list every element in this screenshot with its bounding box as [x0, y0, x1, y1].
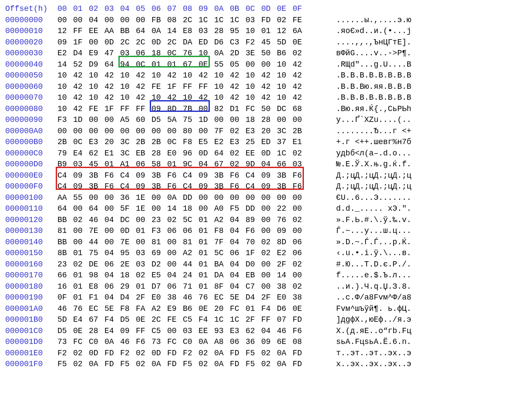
hex-byte: 02: [73, 259, 89, 270]
ascii-dump: т..эт..эт..эх..э: [319, 348, 411, 359]
hex-byte: 00: [293, 226, 308, 237]
hex-byte: 73: [57, 337, 73, 348]
hex-byte: 64: [214, 148, 230, 159]
address: 00000160: [5, 259, 57, 270]
hex-byte: 3C: [277, 126, 293, 137]
hex-row: 000001A04676EC5EF8FAA2E9B60E20FC01F4D60E…: [5, 303, 527, 315]
hex-byte: 00: [167, 248, 183, 259]
hex-byte: 08: [293, 337, 308, 348]
hex-byte: 5A: [167, 115, 183, 126]
hex-byte: 02: [136, 270, 152, 281]
hex-byte: 10: [57, 81, 73, 93]
hex-byte: 04: [230, 226, 246, 237]
ascii-dump: Ѓ.~...у...ш.ц...: [319, 226, 411, 237]
hex-byte: 42: [73, 92, 89, 104]
hex-byte: 3B: [277, 181, 293, 192]
hex-byte: 00: [104, 203, 120, 215]
hex-byte: 01: [261, 26, 277, 37]
hex-byte: E8: [89, 281, 104, 293]
hex-byte: 79: [57, 148, 73, 159]
hex-row: 000001508B01750495036900A2015C061F02E206…: [5, 248, 527, 259]
hex-byte: 00: [277, 115, 293, 126]
hex-byte: FD: [104, 359, 120, 370]
hex-byte: 38: [167, 292, 183, 303]
hex-byte: 00: [89, 192, 104, 204]
hex-byte: 02: [261, 348, 277, 359]
hex-byte: 02: [167, 215, 183, 226]
hex-byte: 01: [199, 281, 214, 293]
hex-byte: 00: [104, 192, 120, 204]
address: 00000130: [5, 226, 57, 237]
ascii-dump: ....,,.,ЪнЦГтE].: [319, 37, 411, 48]
address: 000001B0: [5, 314, 57, 326]
hex-byte: FA: [136, 303, 152, 315]
hex-byte: F6: [293, 181, 308, 192]
hex-byte: 0A: [152, 359, 167, 370]
hex-byte: 2D: [230, 48, 246, 59]
hex-byte: 10: [57, 70, 73, 81]
hex-byte: 02: [136, 359, 152, 370]
hex-row: 00000060104210421042FE1FFFFF104210421042…: [5, 81, 527, 93]
hex-byte: FC: [246, 104, 261, 115]
hex-row: 00000120BB024604DC0023025C01A20489007602…: [5, 215, 527, 226]
hex-byte: F1: [89, 292, 104, 303]
hex-byte: 66: [57, 270, 73, 281]
hex-byte: 00: [261, 203, 277, 215]
hex-byte: F6: [104, 181, 120, 192]
hex-byte: D9: [89, 59, 104, 71]
address: 00000090: [5, 115, 57, 126]
hex-byte: 10: [152, 92, 167, 104]
hex-byte: 1F: [73, 37, 89, 48]
hex-bytes: BB024604DC0023025C01A20489007602: [57, 215, 319, 226]
hex-bytes: BB0044007E00810081017F0470028D06: [57, 237, 319, 248]
hex-byte: ED: [261, 137, 277, 148]
hex-byte: 64: [136, 26, 152, 37]
hex-row: 000000E0C4093BF6C4093BF6C4093BF6C4093BF6…: [5, 170, 527, 182]
hex-byte: 64: [89, 203, 104, 215]
hex-byte: 00: [104, 226, 120, 237]
ascii-dump: .Bю.яя.Ќ{.‚СьPЬh: [319, 104, 411, 115]
hex-byte: A2: [152, 303, 167, 315]
hex-byte: C5: [183, 314, 199, 326]
hex-byte: 10: [120, 92, 136, 104]
hex-byte: 18: [246, 115, 261, 126]
header-col: 00: [57, 3, 73, 15]
hex-byte: 46: [183, 292, 199, 303]
hex-byte: FF: [199, 81, 214, 93]
hex-bytes: 000004000000FB082C1C1C1C03FD02FE: [57, 15, 319, 26]
hex-bytes: 1452D964940C0101670E550500001042: [57, 59, 319, 71]
hex-byte: 06: [104, 281, 120, 293]
hex-byte: 46: [89, 215, 104, 226]
hex-byte: C0: [183, 337, 199, 348]
hex-byte: 06: [293, 248, 308, 259]
hex-byte: 06: [183, 226, 199, 237]
hex-byte: F8: [214, 226, 230, 237]
hex-byte: E0: [167, 148, 183, 159]
hex-byte: 2E: [120, 259, 136, 270]
hex-byte: 10: [277, 81, 293, 93]
hex-byte: FF: [120, 104, 136, 115]
hex-byte: F6: [293, 170, 308, 182]
hex-byte: 14: [57, 59, 73, 71]
hex-byte: 44: [183, 259, 199, 270]
hex-byte: 01: [199, 226, 214, 237]
hex-bytes: B9034501A10658019C0467029D046603: [57, 159, 319, 170]
header-col: 04: [120, 3, 136, 15]
hex-byte: 02: [261, 359, 277, 370]
header-col: 06: [152, 3, 167, 15]
hex-byte: 10: [120, 70, 136, 81]
hex-byte: 76: [183, 48, 199, 59]
hex-byte: 0A: [167, 192, 183, 204]
hex-byte: 1D: [199, 115, 214, 126]
hex-bytes: 091F000D2C2C0D2CDAEDD6C3F2455D0E: [57, 37, 319, 48]
hex-byte: 02: [199, 348, 214, 359]
address: 00000030: [5, 48, 57, 59]
address: 00000110: [5, 203, 57, 215]
hex-byte: 36: [120, 192, 136, 204]
hex-byte: 10: [214, 70, 230, 81]
hex-byte: C4: [57, 181, 73, 192]
header-col: 0E: [277, 3, 293, 15]
header-col: 08: [183, 3, 199, 15]
address: 00000180: [5, 281, 57, 293]
hex-byte: 28: [152, 148, 167, 159]
